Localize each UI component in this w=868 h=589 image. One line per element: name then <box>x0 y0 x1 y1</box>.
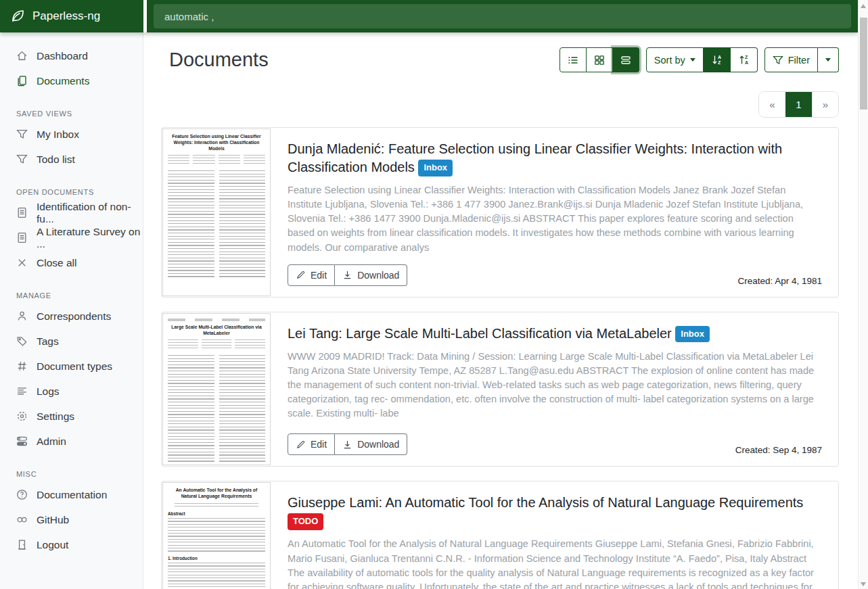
documents-icon <box>16 75 28 87</box>
thumbnail-section-heading: Abstract <box>168 511 265 516</box>
document-title[interactable]: Lei Tang: Large Scale Multi-Label Classi… <box>288 325 822 343</box>
pencil-icon <box>296 440 306 450</box>
grid-view-button[interactable] <box>587 47 613 72</box>
sidebar-item-documentation[interactable]: Documentation <box>0 482 143 507</box>
svg-text:A: A <box>745 60 748 65</box>
sidebar-item-label: Documents <box>37 75 89 87</box>
toggles-icon <box>16 435 28 447</box>
list-view-icon <box>568 55 578 66</box>
brand-name: Paperless-ng <box>32 9 100 23</box>
sidebar-item-document-types[interactable]: Document types <box>0 354 143 379</box>
document-card: Large Scale Multi-Label Classification v… <box>161 312 839 467</box>
sidebar-item-open-document-2[interactable]: A Literature Survey on ... <box>0 225 143 250</box>
sidebar-item-label: Admin <box>37 435 66 448</box>
sidebar-item-label: Tags <box>37 335 59 348</box>
sidebar-item-label: A Literature Survey on ... <box>37 226 143 250</box>
sidebar-item-logs[interactable]: Logs <box>0 379 143 404</box>
pagination: « 1 » <box>758 91 839 118</box>
sort-descending-button[interactable]: A Z <box>704 47 731 72</box>
detail-view-button[interactable] <box>613 47 639 72</box>
sidebar-item-documents[interactable]: Documents <box>0 68 143 93</box>
sidebar-item-github[interactable]: GitHub <box>0 507 143 532</box>
sidebar-item-correspondents[interactable]: Correspondents <box>0 304 143 329</box>
download-button[interactable]: Download <box>335 264 407 286</box>
inbox-tag-badge[interactable]: Inbox <box>418 160 453 176</box>
page-title: Documents <box>169 49 269 71</box>
file-text-icon <box>16 232 28 243</box>
sidebar-item-todo-list[interactable]: Todo list <box>0 147 143 172</box>
sidebar-item-close-all[interactable]: Close all <box>0 250 143 275</box>
document-thumbnail[interactable]: Feature Selection using Linear Classifie… <box>162 128 271 297</box>
close-icon <box>16 257 28 268</box>
sidebar-item-label: Logs <box>37 385 60 398</box>
sidebar-section-heading: MANAGE <box>16 291 143 300</box>
sidebar-item-label: Document types <box>37 360 112 373</box>
pagination-prev-button[interactable]: « <box>759 92 785 117</box>
svg-text:Z: Z <box>745 55 748 60</box>
filter-group: Filter <box>764 47 839 72</box>
document-thumbnail[interactable]: Large Scale Multi-Label Classification v… <box>162 312 271 467</box>
view-mode-group <box>559 47 639 72</box>
sidebar-item-logout[interactable]: Logout <box>0 532 143 557</box>
page-scrollbar[interactable] <box>858 0 868 589</box>
pagination-page-1[interactable]: 1 <box>785 92 812 117</box>
sidebar-item-tags[interactable]: Tags <box>0 329 143 354</box>
tag-icon <box>16 335 28 347</box>
search-input[interactable] <box>154 4 851 28</box>
thumbnail-title: An Automatic Tool for the Analysis of Na… <box>168 488 265 500</box>
sort-descending-icon: A Z <box>711 54 723 66</box>
document-excerpt: Feature Selection using Linear Classifie… <box>288 183 822 255</box>
sidebar-item-label: Settings <box>37 410 74 423</box>
chevron-down-icon <box>690 58 695 62</box>
sort-ascending-button[interactable]: Z A <box>731 47 758 72</box>
thumbnail-title: Feature Selection using Linear Classifie… <box>168 134 265 151</box>
sidebar-item-settings[interactable]: Settings <box>0 404 143 429</box>
sidebar-section-heading: MISC <box>16 470 143 478</box>
scrollbar-thumb[interactable] <box>860 18 867 110</box>
sidebar-item-label: My Inbox <box>37 128 79 141</box>
sidebar: Dashboard Documents SAVED VIEWS My Inbox… <box>0 32 143 589</box>
filter-dropdown-toggle[interactable] <box>818 47 839 72</box>
edit-button[interactable]: Edit <box>288 433 335 455</box>
brand[interactable]: Paperless-ng <box>0 0 143 32</box>
sort-group: Sort by A Z Z <box>646 47 758 72</box>
filter-button[interactable]: Filter <box>764 47 818 72</box>
sidebar-item-label: Identification of non-fu... <box>37 201 143 225</box>
door-icon <box>16 539 28 550</box>
sidebar-section-heading: SAVED VIEWS <box>16 110 143 118</box>
thumbnail-section-heading: 1. Introduction <box>168 556 265 561</box>
document-title[interactable]: Dunja Mladenić: Feature Selection using … <box>288 140 822 176</box>
sidebar-item-open-document-1[interactable]: Identification of non-fu... <box>0 200 143 225</box>
scroll-up-icon[interactable] <box>861 4 866 8</box>
document-title[interactable]: Giuseppe Lami: An Automatic Tool for the… <box>288 494 822 530</box>
thumbnail-authors <box>168 339 265 350</box>
scroll-down-icon[interactable] <box>861 582 866 586</box>
thumbnail-text-columns <box>168 170 265 277</box>
chevron-down-icon <box>825 58 831 62</box>
sidebar-item-my-inbox[interactable]: My Inbox <box>0 122 143 147</box>
sidebar-item-label: Todo list <box>37 154 75 166</box>
thumbnail-title: Large Scale Multi-Label Classification v… <box>168 325 265 337</box>
thumbnail-authors <box>175 503 258 507</box>
sort-by-dropdown[interactable]: Sort by <box>646 47 704 72</box>
download-button[interactable]: Download <box>335 433 407 455</box>
question-circle-icon <box>16 489 28 500</box>
pagination-next-button[interactable]: » <box>812 92 838 117</box>
sort-by-label: Sort by <box>654 55 685 66</box>
created-date: Created: Apr 4, 1981 <box>737 276 822 286</box>
sidebar-item-dashboard[interactable]: Dashboard <box>0 43 143 68</box>
inbox-tag-badge[interactable]: Inbox <box>675 326 710 343</box>
todo-tag-badge[interactable]: TODO <box>288 513 323 530</box>
document-excerpt: WWW 2009 MADRID! Track: Data Mining / Se… <box>288 350 822 421</box>
edit-button[interactable]: Edit <box>288 264 335 286</box>
sidebar-item-admin[interactable]: Admin <box>0 429 143 454</box>
list-view-button[interactable] <box>559 47 587 72</box>
thumbnail-authors <box>168 155 265 166</box>
main-content: Documents <box>143 32 858 589</box>
svg-text:Z: Z <box>718 60 721 65</box>
sidebar-section-heading: OPEN DOCUMENTS <box>16 188 143 196</box>
sidebar-item-label: Documentation <box>37 489 107 501</box>
document-thumbnail[interactable]: An Automatic Tool for the Analysis of Na… <box>162 481 271 589</box>
sidebar-item-label: Correspondents <box>37 310 111 323</box>
log-lines-icon <box>16 385 28 397</box>
